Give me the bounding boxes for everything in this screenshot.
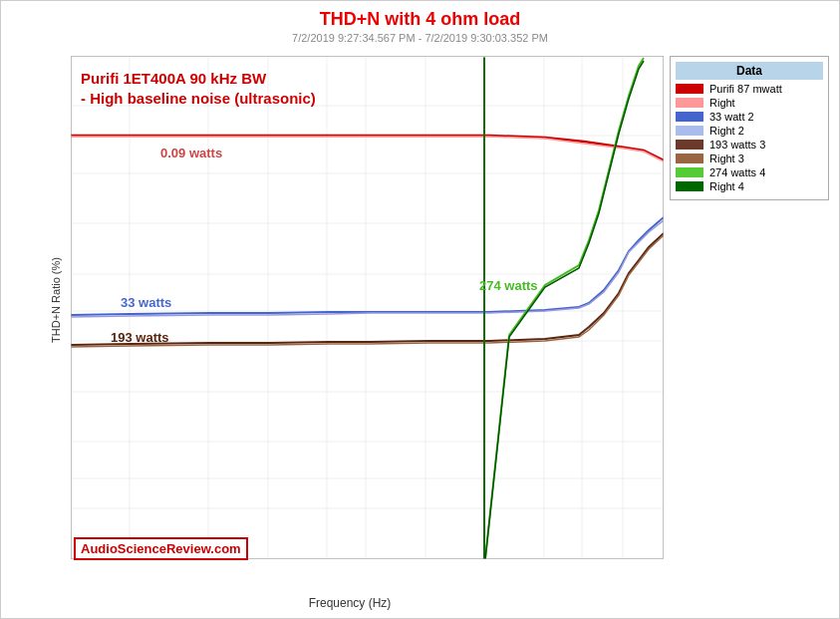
legend-color-swatch — [676, 126, 703, 136]
legend-color-swatch — [676, 140, 703, 150]
legend-item-label: Right 4 — [709, 180, 744, 192]
watermark: AudioScienceReview.com — [74, 537, 248, 560]
legend-item: 33 watt 2 — [676, 111, 823, 123]
legend-item-label: Right 2 — [709, 125, 744, 137]
legend-item-label: 193 watts 3 — [709, 139, 765, 151]
legend-item: 193 watts 3 — [676, 139, 823, 151]
legend-item: Right 4 — [676, 180, 823, 192]
legend-color-swatch — [676, 112, 703, 122]
legend-color-swatch — [676, 84, 703, 94]
legend-item: Right — [676, 97, 823, 109]
legend-color-swatch — [676, 181, 703, 191]
annotation-274w: 274 watts — [479, 278, 538, 293]
legend-item: Right 3 — [676, 153, 823, 164]
legend-color-swatch — [676, 167, 703, 177]
annotation-193w: 193 watts — [111, 330, 169, 345]
legend-item-label: Right — [709, 97, 735, 109]
legend-color-swatch — [676, 154, 703, 163]
chart-title: THD+N with 4 ohm load — [1, 1, 839, 30]
legend-item-label: 274 watts 4 — [709, 166, 765, 178]
x-axis-label: Frequency (Hz) — [309, 596, 392, 610]
purifi-annotation: Purifi 1ET400A 90 kHz BW- High baseline … — [81, 69, 316, 108]
legend-item-label: Purifi 87 mwatt — [709, 83, 782, 95]
legend-item-label: 33 watt 2 — [709, 111, 754, 123]
legend-title: Data — [676, 62, 823, 80]
legend-item-label: Right 3 — [709, 153, 744, 164]
legend-color-swatch — [676, 98, 703, 108]
annotation-09w: 0.09 watts — [160, 146, 222, 160]
annotation-33w: 33 watts — [121, 295, 171, 310]
legend-box: Data Purifi 87 mwattRight33 watt 2Right … — [670, 56, 829, 200]
chart-subtitle: 7/2/2019 9:27:34.567 PM - 7/2/2019 9:30:… — [1, 32, 839, 44]
legend-item: 274 watts 4 — [676, 166, 823, 178]
legend-item: Purifi 87 mwatt — [676, 83, 823, 95]
y-axis-label: THD+N Ratio (%) — [50, 257, 62, 343]
chart-container: THD+N with 4 ohm load 7/2/2019 9:27:34.5… — [0, 0, 840, 619]
legend-item: Right 2 — [676, 125, 823, 137]
